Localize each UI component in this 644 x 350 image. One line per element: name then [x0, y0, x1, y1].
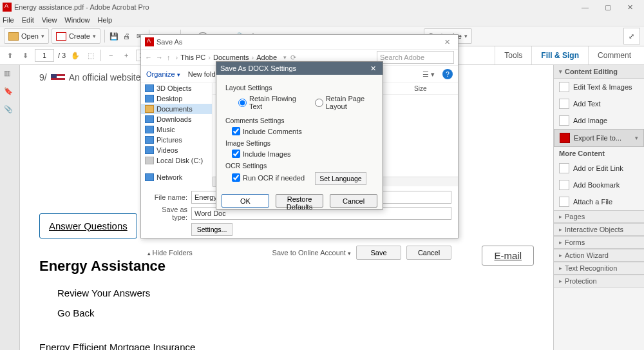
- hand-tool-icon[interactable]: ✋: [70, 50, 81, 61]
- save-button[interactable]: Save: [356, 246, 401, 260]
- attach-file[interactable]: Attach a File: [554, 193, 644, 210]
- window-minimize-button[interactable]: —: [574, 0, 596, 14]
- window-close-button[interactable]: ✕: [619, 0, 641, 14]
- section-action-wizard[interactable]: Action Wizard: [554, 249, 644, 262]
- docx-ok-button[interactable]: OK: [222, 194, 269, 208]
- export-file-to[interactable]: Export File to...▾: [554, 129, 644, 147]
- save-as-close-button[interactable]: ✕: [440, 38, 454, 46]
- set-language-button[interactable]: Set Language: [315, 172, 366, 185]
- search-input[interactable]: Search Adobe: [377, 51, 454, 64]
- filename-label: File name:: [147, 193, 187, 201]
- crumb-documents[interactable]: Documents: [213, 53, 249, 61]
- menu-file[interactable]: File: [3, 16, 14, 24]
- select-tool-icon[interactable]: ⬚: [85, 50, 97, 61]
- print-icon[interactable]: 🖨: [122, 31, 132, 41]
- section-forms[interactable]: Forms: [554, 236, 644, 249]
- include-images-checkbox[interactable]: Include Images: [232, 150, 374, 158]
- organize-button[interactable]: Organize ▾: [146, 70, 180, 78]
- menu-help[interactable]: Help: [97, 16, 112, 24]
- attachments-icon[interactable]: 📎: [4, 105, 15, 117]
- nav-up-button[interactable]: ↑: [167, 53, 171, 61]
- menu-edit[interactable]: Edit: [22, 16, 34, 24]
- docx-close-button[interactable]: ✕: [368, 64, 379, 73]
- tree-localdisk[interactable]: Local Disk (C:): [141, 155, 212, 166]
- include-comments-checkbox[interactable]: Include Comments: [232, 127, 374, 135]
- window-titlebar: Energy assistance.pdf - Adobe Acrobat Pr…: [0, 0, 644, 14]
- create-icon: [56, 32, 66, 41]
- tab-tools[interactable]: Tools: [495, 46, 531, 64]
- page-up-button[interactable]: ⬆: [4, 50, 15, 61]
- refresh-button[interactable]: ⟳: [290, 53, 296, 62]
- bookmark-icon: [559, 180, 569, 190]
- settings-button[interactable]: Settings...: [191, 223, 232, 236]
- page-total: / 3: [58, 52, 66, 59]
- folder-tree: 3D Objects Desktop Documents Downloads M…: [141, 83, 213, 186]
- tree-music[interactable]: Music: [141, 124, 212, 135]
- tree-desktop[interactable]: Desktop: [141, 93, 212, 104]
- content-editing-header[interactable]: Content Editing: [554, 65, 644, 79]
- page-number-input[interactable]: [35, 49, 54, 62]
- us-flag-icon: [51, 74, 65, 82]
- section-pages[interactable]: Pages: [554, 210, 644, 223]
- image-settings-label: Image Settings: [225, 139, 374, 147]
- section-interactive-objects[interactable]: Interactive Objects: [554, 223, 644, 236]
- addimage-icon: [559, 115, 569, 126]
- ocr-settings-label: OCR Settings: [225, 162, 374, 170]
- docx-cancel-button[interactable]: Cancel: [330, 194, 377, 208]
- acrobat-icon: [145, 37, 154, 46]
- eemip-link[interactable]: Energy Efficient Mortgage Insurance: [39, 340, 548, 350]
- cancel-button[interactable]: Cancel: [406, 246, 451, 260]
- edit-text-images[interactable]: Edit Text & Images: [554, 79, 644, 95]
- open-button[interactable]: Open▾: [4, 28, 49, 44]
- answer-questions-button[interactable]: Answer Questions: [39, 213, 137, 238]
- menu-window[interactable]: Window: [64, 16, 90, 24]
- section-text-recognition[interactable]: Text Recognition: [554, 262, 644, 275]
- help-button[interactable]: ?: [442, 69, 453, 79]
- thumbnails-icon[interactable]: ▥: [4, 69, 15, 81]
- nav-back-button[interactable]: ←: [145, 53, 152, 61]
- crumb-thispc[interactable]: This PC: [180, 53, 205, 61]
- create-button[interactable]: Create▾: [52, 28, 100, 44]
- crumb-adobe[interactable]: Adobe: [256, 53, 277, 61]
- add-bookmark[interactable]: Add Bookmark: [554, 177, 644, 193]
- tree-3dobjects[interactable]: 3D Objects: [141, 83, 212, 93]
- tab-comment[interactable]: Comment: [588, 46, 640, 64]
- menu-view[interactable]: View: [42, 16, 57, 24]
- go-back-text: Go Back: [57, 306, 548, 320]
- breadcrumb: ›This PC ›Documents ›Adobe: [175, 53, 278, 61]
- add-text[interactable]: Add Text: [554, 95, 644, 112]
- save-online-button[interactable]: Save to Online Account ▾: [272, 249, 351, 257]
- save-icon[interactable]: 💾: [109, 31, 119, 41]
- zoom-out-button[interactable]: −: [105, 50, 117, 61]
- folder-icon: [8, 32, 19, 41]
- addtext-icon: [559, 99, 569, 109]
- expand-button[interactable]: ⤢: [623, 28, 640, 44]
- tab-fill-sign[interactable]: Fill & Sign: [531, 46, 588, 64]
- add-image[interactable]: Add Image: [554, 112, 644, 129]
- add-edit-link[interactable]: Add or Edit Link: [554, 160, 644, 177]
- view-options-button[interactable]: ☰ ▾: [422, 70, 435, 79]
- tree-downloads[interactable]: Downloads: [141, 114, 212, 124]
- retain-page-radio[interactable]: Retain Page Layout: [315, 95, 374, 110]
- tree-documents[interactable]: Documents: [141, 104, 212, 114]
- tree-videos[interactable]: Videos: [141, 145, 212, 155]
- hide-folders-button[interactable]: Hide Folders: [147, 249, 193, 257]
- docx-restore-button[interactable]: Restore Defaults: [276, 194, 323, 208]
- tools-panel: Content Editing Edit Text & Images Add T…: [553, 65, 644, 350]
- nav-fwd-button[interactable]: →: [156, 53, 163, 61]
- run-ocr-checkbox[interactable]: Run OCR if needed: [232, 173, 305, 182]
- review-answers-text: Review Your Answers: [57, 286, 548, 300]
- edit-icon: [559, 82, 569, 92]
- col-size[interactable]: Size: [409, 83, 458, 94]
- page-down-button[interactable]: ⬇: [19, 50, 31, 61]
- bookmarks-icon[interactable]: 🔖: [4, 87, 15, 99]
- tree-network[interactable]: Network: [141, 172, 212, 182]
- more-content-label: More Content: [554, 147, 644, 160]
- section-protection[interactable]: Protection: [554, 275, 644, 287]
- save-as-title: Save As: [156, 38, 182, 46]
- tree-pictures[interactable]: Pictures: [141, 135, 212, 145]
- window-maximize-button[interactable]: ▢: [596, 0, 619, 14]
- retain-flowing-radio[interactable]: Retain Flowing Text: [238, 95, 297, 110]
- zoom-in-button[interactable]: +: [120, 50, 132, 61]
- email-button[interactable]: E-mail: [482, 246, 534, 266]
